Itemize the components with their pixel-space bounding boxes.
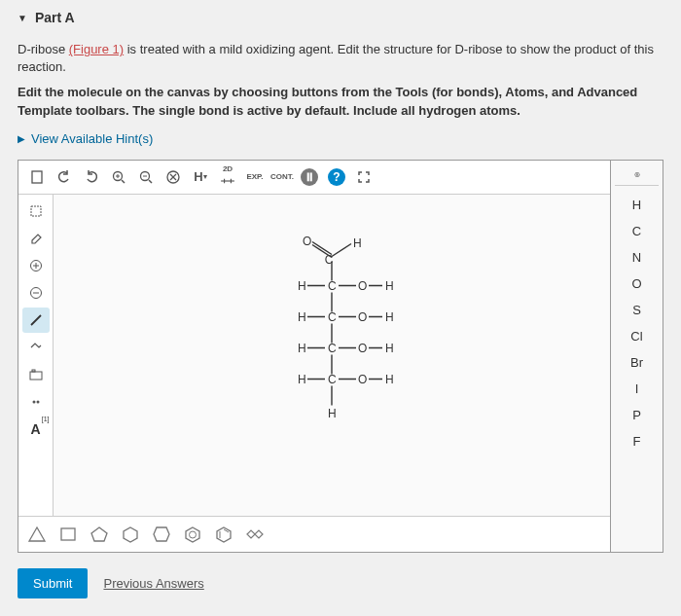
double-bond-tool[interactable] xyxy=(22,335,50,360)
molecule-structure: O H C H C O H H C O H H C O H xyxy=(234,232,429,455)
charge-plus-tool[interactable] xyxy=(22,253,50,278)
svg-text:H: H xyxy=(328,406,337,419)
svg-text:O: O xyxy=(358,372,367,385)
bottom-toolbar xyxy=(18,516,610,552)
part-collapse-caret[interactable]: ▼ xyxy=(18,13,27,23)
benzene-template[interactable] xyxy=(180,523,205,546)
svg-text:C: C xyxy=(328,309,337,323)
hydrogen-toggle-button[interactable]: H▾ xyxy=(188,164,213,190)
svg-text:H: H xyxy=(385,309,394,323)
view-hints-button[interactable]: ▶ View Available Hint(s) xyxy=(18,131,663,146)
drawing-canvas[interactable]: O H C H C O H H C O H H C O H xyxy=(54,195,610,516)
svg-text:H: H xyxy=(385,341,394,354)
2d-button[interactable]: 2D xyxy=(215,164,240,190)
molecule-editor: H▾ 2D EXP. CONT. ⏸ ? A[1] xyxy=(18,160,663,553)
actions-row: Submit Previous Answers xyxy=(18,568,663,598)
single-bond-tool[interactable] xyxy=(22,308,50,333)
delete-button[interactable] xyxy=(161,164,186,190)
eraser-tool[interactable] xyxy=(22,226,50,251)
fullscreen-button[interactable] xyxy=(351,164,376,190)
redo-button[interactable] xyxy=(79,164,104,190)
charge-minus-tool[interactable] xyxy=(22,280,50,306)
svg-marker-69 xyxy=(154,527,169,541)
svg-marker-67 xyxy=(91,527,107,541)
svg-text:O: O xyxy=(358,309,367,323)
svg-text:H: H xyxy=(298,278,306,292)
atom-c[interactable]: C xyxy=(615,218,659,244)
svg-text:C: C xyxy=(328,372,337,385)
svg-rect-0 xyxy=(32,171,42,183)
atom-s[interactable]: S xyxy=(615,297,659,323)
zoom-in-button[interactable] xyxy=(106,164,131,190)
chevron-right-icon: ▶ xyxy=(18,133,25,144)
undo-button[interactable] xyxy=(52,164,77,190)
svg-text:H: H xyxy=(385,372,394,385)
svg-rect-22 xyxy=(32,370,35,372)
left-toolbar: A[1] xyxy=(18,195,54,516)
atom-br[interactable]: Br xyxy=(615,349,659,376)
figure-link[interactable]: (Figure 1) xyxy=(69,42,124,56)
select-tool[interactable] xyxy=(22,199,50,224)
svg-marker-65 xyxy=(29,527,45,541)
atom-i[interactable]: I xyxy=(615,376,659,402)
svg-text:H: H xyxy=(385,278,394,292)
pentagon-template[interactable] xyxy=(87,523,112,546)
lone-pair-tool[interactable] xyxy=(22,389,50,415)
hints-label: View Available Hint(s) xyxy=(31,131,153,146)
atom-f[interactable]: F xyxy=(615,428,659,454)
atom-label-tool[interactable]: A[1] xyxy=(22,417,50,442)
svg-point-23 xyxy=(32,400,35,403)
instruction-bold: Edit the molecule on the canvas by choos… xyxy=(18,84,663,119)
atom-n[interactable]: N xyxy=(615,244,659,271)
svg-text:O: O xyxy=(303,234,311,247)
top-toolbar: H▾ 2D EXP. CONT. ⏸ ? xyxy=(18,161,610,195)
atom-cl[interactable]: Cl xyxy=(615,323,659,349)
svg-rect-14 xyxy=(31,206,41,216)
benzene2-template[interactable] xyxy=(211,523,236,546)
svg-text:H: H xyxy=(353,236,362,249)
square-template[interactable] xyxy=(55,523,81,546)
zoom-out-button[interactable] xyxy=(133,164,159,190)
submit-button[interactable]: Submit xyxy=(18,568,88,598)
svg-text:C: C xyxy=(325,252,334,266)
svg-rect-21 xyxy=(30,372,42,380)
svg-text:C: C xyxy=(328,278,337,292)
new-doc-button[interactable] xyxy=(24,164,50,190)
svg-point-24 xyxy=(36,400,39,403)
svg-line-6 xyxy=(149,180,152,183)
svg-point-71 xyxy=(190,531,197,538)
svg-text:H: H xyxy=(298,372,306,385)
atom-p[interactable]: P xyxy=(615,402,659,428)
pause-button[interactable]: ⏸ xyxy=(297,164,322,190)
hexagon2-template[interactable] xyxy=(149,523,174,546)
panel-header-icon: ๏ xyxy=(615,166,659,186)
cont-button[interactable]: CONT. xyxy=(269,164,295,190)
help-button[interactable]: ? xyxy=(324,164,349,190)
instruction-text: D-ribose (Figure 1) is treated with a mi… xyxy=(18,41,663,76)
cyclohexane-template[interactable] xyxy=(242,523,268,546)
atom-o[interactable]: O xyxy=(615,271,659,297)
atoms-panel: ๏ H C N O S Cl Br I P F xyxy=(610,161,663,552)
hexagon-template[interactable] xyxy=(118,523,143,546)
atom-h[interactable]: H xyxy=(615,192,659,218)
template-tool[interactable] xyxy=(22,362,50,387)
svg-marker-68 xyxy=(124,527,137,542)
svg-line-2 xyxy=(122,180,125,183)
exp-button[interactable]: EXP. xyxy=(242,164,268,190)
svg-text:H: H xyxy=(298,341,306,354)
svg-text:O: O xyxy=(358,278,367,292)
part-title: Part A xyxy=(35,10,75,25)
svg-text:O: O xyxy=(358,341,367,354)
svg-rect-66 xyxy=(61,528,75,540)
svg-text:C: C xyxy=(328,341,337,354)
triangle-template[interactable] xyxy=(24,523,50,546)
svg-text:H: H xyxy=(298,309,306,323)
previous-answers-link[interactable]: Previous Answers xyxy=(103,576,203,591)
svg-line-20 xyxy=(31,315,41,325)
svg-marker-70 xyxy=(186,527,199,542)
svg-line-27 xyxy=(332,243,351,256)
